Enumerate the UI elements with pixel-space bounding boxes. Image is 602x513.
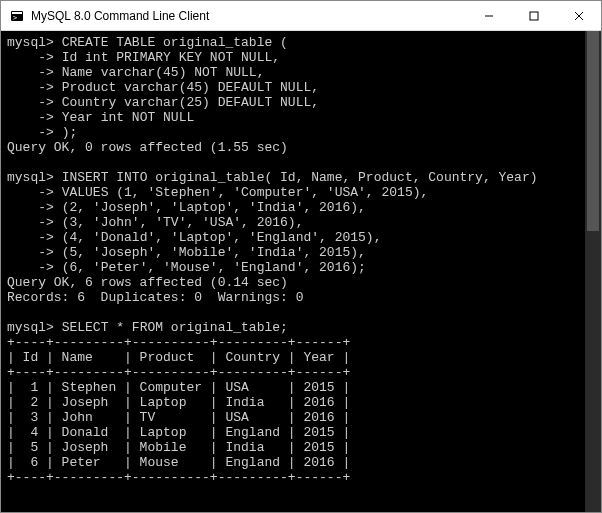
cont-prompt: -> — [7, 110, 54, 125]
sql-insert-line: (6, 'Peter', 'Mouse', 'England', 2016); — [62, 260, 366, 275]
table-row: | 3 | John | TV | USA | 2016 | — [7, 410, 350, 425]
sql-create-line: Product varchar(45) DEFAULT NULL, — [62, 80, 319, 95]
cont-prompt: -> — [7, 260, 54, 275]
svg-text:>_: >_ — [13, 14, 22, 22]
table-row: | 1 | Stephen | Computer | USA | 2015 | — [7, 380, 350, 395]
maximize-button[interactable] — [511, 1, 556, 30]
sql-insert-line: INSERT INTO original_table( Id, Name, Pr… — [62, 170, 538, 185]
sql-create-line: Country varchar(25) DEFAULT NULL, — [62, 95, 319, 110]
table-row: | 2 | Joseph | Laptop | India | 2016 | — [7, 395, 350, 410]
sql-create-line: CREATE TABLE original_table ( — [62, 35, 288, 50]
sql-create-line: Name varchar(45) NOT NULL, — [62, 65, 265, 80]
cont-prompt: -> — [7, 185, 54, 200]
svg-rect-4 — [530, 12, 538, 20]
scrollbar-thumb[interactable] — [587, 31, 599, 231]
terminal-output[interactable]: mysql> CREATE TABLE original_table ( -> … — [1, 31, 601, 512]
sql-select-line: SELECT * FROM original_table; — [62, 320, 288, 335]
window-controls — [466, 1, 601, 30]
table-sep: +----+---------+----------+---------+---… — [7, 470, 350, 485]
cont-prompt: -> — [7, 95, 54, 110]
table-header: | Id | Name | Product | Country | Year | — [7, 350, 350, 365]
sql-insert-line: (3, 'John', 'TV', 'USA', 2016), — [62, 215, 304, 230]
cont-prompt: -> — [7, 50, 54, 65]
sql-insert-line: (2, 'Joseph', 'Laptop', 'India', 2016), — [62, 200, 366, 215]
prompt: mysql> — [7, 170, 54, 185]
table-sep: +----+---------+----------+---------+---… — [7, 335, 350, 350]
sql-insert-line: (4, 'Donald', 'Laptop', 'England', 2015)… — [62, 230, 382, 245]
cont-prompt: -> — [7, 65, 54, 80]
minimize-button[interactable] — [466, 1, 511, 30]
table-row: | 4 | Donald | Laptop | England | 2015 | — [7, 425, 350, 440]
query-result: Query OK, 0 rows affected (1.55 sec) — [7, 140, 288, 155]
close-button[interactable] — [556, 1, 601, 30]
cont-prompt: -> — [7, 230, 54, 245]
sql-create-line: Year int NOT NULL — [62, 110, 195, 125]
cont-prompt: -> — [7, 215, 54, 230]
titlebar[interactable]: >_ MySQL 8.0 Command Line Client — [1, 1, 601, 31]
prompt: mysql> — [7, 320, 54, 335]
cont-prompt: -> — [7, 200, 54, 215]
cont-prompt: -> — [7, 245, 54, 260]
window: >_ MySQL 8.0 Command Line Client mysql> … — [0, 0, 602, 513]
sql-create-line: Id int PRIMARY KEY NOT NULL, — [62, 50, 280, 65]
window-title: MySQL 8.0 Command Line Client — [31, 9, 466, 23]
table-row: | 5 | Joseph | Mobile | India | 2015 | — [7, 440, 350, 455]
app-icon: >_ — [9, 8, 25, 24]
prompt: mysql> — [7, 35, 54, 50]
sql-insert-line: (5, 'Joseph', 'Mobile', 'India', 2015), — [62, 245, 366, 260]
table-sep: +----+---------+----------+---------+---… — [7, 365, 350, 380]
sql-create-line: ); — [62, 125, 78, 140]
sql-insert-line: VALUES (1, 'Stephen', 'Computer', 'USA',… — [62, 185, 429, 200]
vertical-scrollbar[interactable] — [585, 31, 601, 512]
cont-prompt: -> — [7, 80, 54, 95]
table-row: | 6 | Peter | Mouse | England | 2016 | — [7, 455, 350, 470]
query-result: Records: 6 Duplicates: 0 Warnings: 0 — [7, 290, 303, 305]
cont-prompt: -> — [7, 125, 54, 140]
query-result: Query OK, 6 rows affected (0.14 sec) — [7, 275, 288, 290]
